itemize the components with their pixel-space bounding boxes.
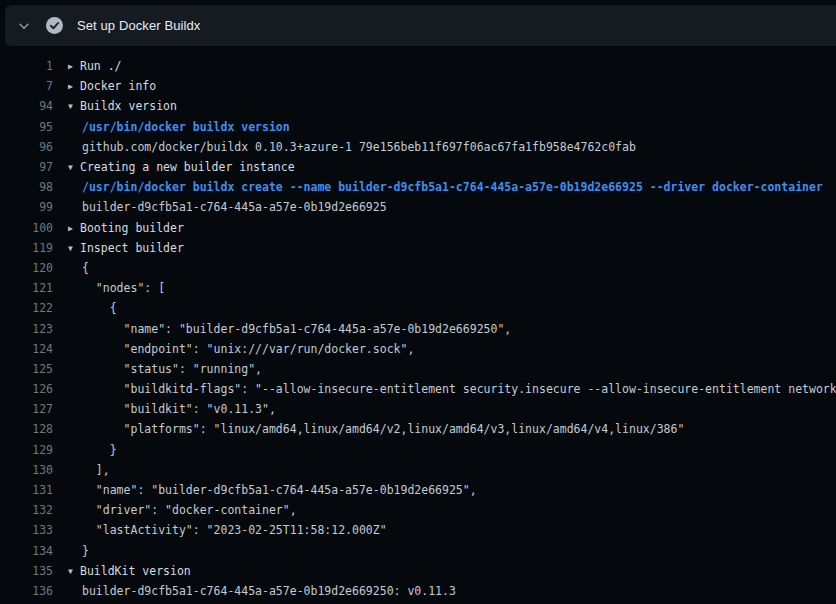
log-text: "buildkitd-flags": "--allow-insecure-ent… [53,382,836,396]
step-title: Set up Docker Buildx [77,18,200,33]
group-title: Inspect builder [80,241,184,255]
log-text: "nodes": [ [53,281,165,295]
log-line: 122 { [0,298,836,318]
line-number[interactable]: 99 [0,200,53,214]
group-title: Run ./ [80,59,122,73]
log-line: 120{ [0,258,836,278]
triangle-right-icon[interactable]: ▶ [68,82,80,91]
triangle-down-icon[interactable]: ▼ [68,244,80,253]
triangle-right-icon[interactable]: ▶ [68,62,80,71]
log-text: { [53,301,117,315]
log-text: "buildkit": "v0.11.3", [53,402,276,416]
line-number[interactable]: 98 [0,180,53,194]
line-number[interactable]: 125 [0,362,53,376]
log-text: github.com/docker/buildx 0.10.3+azure-1 … [53,140,636,154]
log-line: 127 "buildkit": "v0.11.3", [0,399,836,419]
chevron-down-icon[interactable] [9,20,39,32]
log-line: 128 "platforms": "linux/amd64,linux/amd6… [0,419,836,439]
log-text: ], [53,463,110,477]
line-number[interactable]: 133 [0,523,53,537]
log-text: "lastActivity": "2023-02-25T11:58:12.000… [53,523,387,537]
line-number[interactable]: 123 [0,322,53,336]
log-line: 123 "name": "builder-d9cfb5a1-c764-445a-… [0,318,836,338]
command-text: /usr/bin/docker buildx create --name bui… [53,180,823,194]
log-line: 124 "endpoint": "unix:///var/run/docker.… [0,339,836,359]
log-line: 130 ], [0,460,836,480]
group-title: BuildKit version [80,564,191,578]
triangle-down-icon[interactable]: ▼ [68,163,80,172]
log-text: "status": "running", [53,362,262,376]
check-circle-icon [39,17,69,34]
log-line: 126 "buildkitd-flags": "--allow-insecure… [0,379,836,399]
log-line: 98/usr/bin/docker buildx create --name b… [0,177,836,197]
triangle-down-icon[interactable]: ▼ [68,567,80,576]
log-line[interactable]: 7▶Docker info [0,76,836,96]
log-text: } [53,443,117,457]
line-number[interactable]: 1 [0,59,53,73]
log-viewer: 1▶Run ./7▶Docker info94▼Buildx version95… [0,46,836,604]
line-number[interactable]: 129 [0,443,53,457]
line-number[interactable]: 136 [0,584,53,598]
log-line[interactable]: 119▼Inspect builder [0,238,836,258]
log-line: 134} [0,541,836,561]
step-header[interactable]: Set up Docker Buildx [5,5,836,46]
log-line[interactable]: 135▼BuildKit version [0,561,836,581]
line-number[interactable]: 97 [0,160,53,174]
log-line: 95/usr/bin/docker buildx version [0,117,836,137]
log-text: builder-d9cfb5a1-c764-445a-a57e-0b19d2e6… [53,200,387,214]
log-text: "endpoint": "unix:///var/run/docker.sock… [53,342,414,356]
triangle-down-icon[interactable]: ▼ [68,102,80,111]
line-number[interactable]: 132 [0,503,53,517]
line-number[interactable]: 124 [0,342,53,356]
log-lines: 1▶Run ./7▶Docker info94▼Buildx version95… [0,56,836,601]
log-line: 121 "nodes": [ [0,278,836,298]
line-number[interactable]: 126 [0,382,53,396]
group-title: Creating a new builder instance [80,160,295,174]
line-number[interactable]: 95 [0,120,53,134]
log-text: "name": "builder-d9cfb5a1-c764-445a-a57e… [53,483,477,497]
log-text: { [53,261,89,275]
log-line[interactable]: 1▶Run ./ [0,56,836,76]
group-title: Docker info [80,79,156,93]
log-line[interactable]: 100▶Booting builder [0,218,836,238]
log-line[interactable]: 97▼Creating a new builder instance [0,157,836,177]
line-number[interactable]: 94 [0,99,53,113]
line-number[interactable]: 122 [0,301,53,315]
log-line: 96github.com/docker/buildx 0.10.3+azure-… [0,137,836,157]
line-number[interactable]: 135 [0,564,53,578]
log-line: 133 "lastActivity": "2023-02-25T11:58:12… [0,520,836,540]
log-line: 125 "status": "running", [0,359,836,379]
command-text: /usr/bin/docker buildx version [53,120,290,134]
log-line: 132 "driver": "docker-container", [0,500,836,520]
line-number[interactable]: 134 [0,544,53,558]
line-number[interactable]: 96 [0,140,53,154]
log-text: builder-d9cfb5a1-c764-445a-a57e-0b19d2e6… [53,584,456,598]
log-text: } [53,544,89,558]
line-number[interactable]: 121 [0,281,53,295]
log-text: "name": "builder-d9cfb5a1-c764-445a-a57e… [53,322,511,336]
log-line: 129 } [0,440,836,460]
line-number[interactable]: 130 [0,463,53,477]
triangle-right-icon[interactable]: ▶ [68,224,80,233]
group-title: Booting builder [80,221,184,235]
log-text: "platforms": "linux/amd64,linux/amd64/v2… [53,422,684,436]
log-line: 136builder-d9cfb5a1-c764-445a-a57e-0b19d… [0,581,836,601]
line-number[interactable]: 7 [0,79,53,93]
group-title: Buildx version [80,99,177,113]
line-number[interactable]: 131 [0,483,53,497]
log-line: 131 "name": "builder-d9cfb5a1-c764-445a-… [0,480,836,500]
log-text: "driver": "docker-container", [53,503,297,517]
line-number[interactable]: 128 [0,422,53,436]
line-number[interactable]: 120 [0,261,53,275]
line-number[interactable]: 100 [0,221,53,235]
line-number[interactable]: 127 [0,402,53,416]
log-line[interactable]: 94▼Buildx version [0,96,836,116]
log-line: 99builder-d9cfb5a1-c764-445a-a57e-0b19d2… [0,197,836,217]
line-number[interactable]: 119 [0,241,53,255]
